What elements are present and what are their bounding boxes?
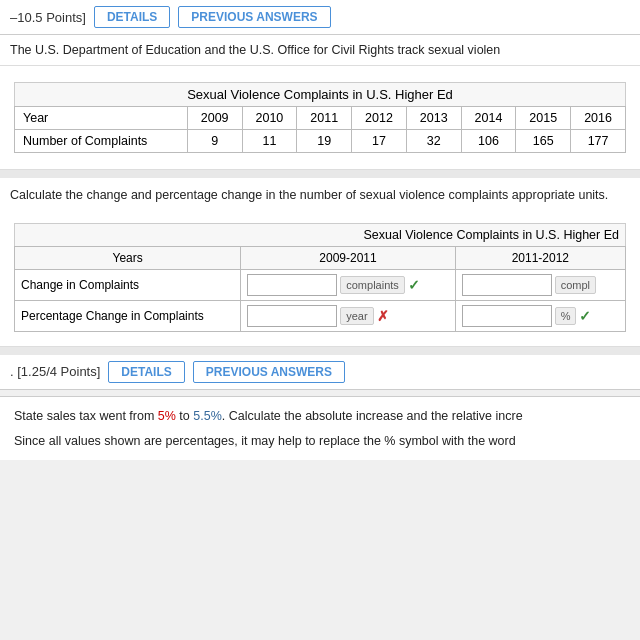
value-2016: 177 (571, 130, 626, 153)
bottom-line2-content: Since all values shown are percentages, … (14, 434, 516, 448)
col1-header: 2009-2011 (241, 246, 455, 269)
bottom-previous-answers-button[interactable]: PREVIOUS ANSWERS (193, 361, 345, 383)
table-row-values: Number of Complaints 9 11 19 17 32 106 1… (15, 130, 626, 153)
question-text: Calculate the change and percentage chan… (0, 178, 640, 209)
change-cell-1: complaints ✓ (241, 269, 455, 300)
bottom-line-2: Since all values shown are percentages, … (14, 432, 626, 451)
spacer-2 (0, 347, 640, 355)
answer-header-row: Years 2009-2011 2011-2012 (15, 246, 626, 269)
year-2009: 2009 (187, 107, 242, 130)
top-bar: –10.5 Points] DETAILS PREVIOUS ANSWERS (0, 0, 640, 35)
pct-change-cell-2: % ✓ (455, 300, 625, 331)
bottom-section: State sales tax went from 5% to 5.5%. Ca… (0, 396, 640, 461)
value-2014: 106 (461, 130, 516, 153)
question-content: Calculate the change and percentage chan… (10, 188, 608, 202)
answer-table-caption: Sexual Violence Complaints in U.S. Highe… (14, 223, 626, 246)
intro-content: The U.S. Department of Education and the… (10, 43, 500, 57)
change-input-1[interactable] (247, 274, 337, 296)
change-label: Change in Complaints (15, 269, 241, 300)
year-2014: 2014 (461, 107, 516, 130)
col2-header: 2011-2012 (455, 246, 625, 269)
year-header: Year (15, 107, 188, 130)
bottom-line-1: State sales tax went from 5% to 5.5%. Ca… (14, 407, 626, 426)
year-2015: 2015 (516, 107, 571, 130)
pct-unit-2: % (555, 307, 577, 325)
complaints-header: Number of Complaints (15, 130, 188, 153)
change-input-2[interactable] (462, 274, 552, 296)
bottom-text-pre: State sales tax went from (14, 409, 158, 423)
cross-icon-1: ✗ (377, 308, 389, 324)
year-2016: 2016 (571, 107, 626, 130)
pct-change-row: Percentage Change in Complaints year ✗ %… (15, 300, 626, 331)
change-row: Change in Complaints complaints ✓ compl (15, 269, 626, 300)
bottom-val1: 5% (158, 409, 176, 423)
complaints-unit-1: complaints (340, 276, 405, 294)
complaints-unit-2: compl (555, 276, 596, 294)
value-2015: 165 (516, 130, 571, 153)
year-2013: 2013 (406, 107, 461, 130)
year-2010: 2010 (242, 107, 297, 130)
check-icon-1: ✓ (408, 277, 420, 293)
change-cell-2: compl (455, 269, 625, 300)
pct-change-cell-1: year ✗ (241, 300, 455, 331)
bottom-points-label: . [1.25/4 Points] (10, 364, 100, 379)
bottom-text-post: . Calculate the absolute increase and th… (222, 409, 523, 423)
previous-answers-button[interactable]: PREVIOUS ANSWERS (178, 6, 330, 28)
data-table-caption: Sexual Violence Complaints in U.S. Highe… (14, 82, 626, 106)
answer-table: Sexual Violence Complaints in U.S. Highe… (14, 223, 626, 332)
data-table-section: Sexual Violence Complaints in U.S. Highe… (0, 66, 640, 170)
bottom-text-mid: to (176, 409, 193, 423)
points-label: –10.5 Points] (10, 10, 86, 25)
pct-change-label: Percentage Change in Complaints (15, 300, 241, 331)
value-2009: 9 (187, 130, 242, 153)
year-unit-1: year (340, 307, 373, 325)
pct-input-1[interactable] (247, 305, 337, 327)
value-2010: 11 (242, 130, 297, 153)
data-table: Sexual Violence Complaints in U.S. Highe… (14, 82, 626, 153)
answer-table-section: Sexual Violence Complaints in U.S. Highe… (0, 209, 640, 347)
bottom-bar: . [1.25/4 Points] DETAILS PREVIOUS ANSWE… (0, 355, 640, 390)
value-2013: 32 (406, 130, 461, 153)
bottom-val2: 5.5% (193, 409, 222, 423)
intro-text: The U.S. Department of Education and the… (0, 35, 640, 66)
value-2011: 19 (297, 130, 352, 153)
year-2011: 2011 (297, 107, 352, 130)
spacer-1 (0, 170, 640, 178)
bottom-details-button[interactable]: DETAILS (108, 361, 184, 383)
years-col-header: Years (15, 246, 241, 269)
pct-input-2[interactable] (462, 305, 552, 327)
details-button[interactable]: DETAILS (94, 6, 170, 28)
table-row-years: Year 2009 2010 2011 2012 2013 2014 2015 … (15, 107, 626, 130)
check-icon-2: ✓ (579, 308, 591, 324)
value-2012: 17 (352, 130, 407, 153)
year-2012: 2012 (352, 107, 407, 130)
